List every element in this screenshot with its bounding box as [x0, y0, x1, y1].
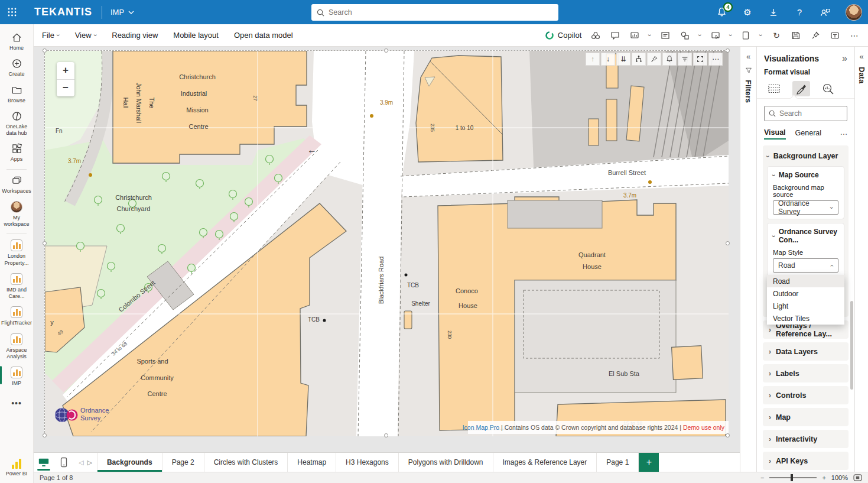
teams-share-icon[interactable] [830, 30, 840, 41]
global-search-box[interactable] [311, 4, 558, 21]
pane-scrollbar[interactable] [850, 301, 853, 390]
sidebar-item-browse[interactable]: Browse [0, 82, 34, 108]
copilot-button[interactable]: Copilot [545, 31, 581, 40]
new-page-icon[interactable] [740, 30, 751, 41]
resize-handle[interactable] [384, 433, 388, 437]
filters-pane-title[interactable]: Filters [744, 80, 753, 103]
fit-to-page-icon[interactable] [853, 474, 862, 481]
resize-handle[interactable] [726, 241, 730, 245]
sidebar-item-imd-care[interactable]: IMD and Care... [0, 270, 34, 304]
os-config-header[interactable]: › Ordnance Survey Con... [773, 228, 838, 244]
waffle-menu-icon[interactable] [0, 0, 24, 24]
dropdown-option-light[interactable]: Light [767, 300, 844, 312]
page-tab-page-2[interactable]: Page 2 [162, 453, 204, 472]
map-style-select[interactable]: Road › [773, 258, 838, 273]
section-api-keys[interactable]: ›API Keys [763, 452, 849, 470]
comment-icon[interactable] [610, 30, 620, 41]
map-source-header[interactable]: › Map Source [773, 171, 838, 179]
search-input[interactable] [329, 8, 553, 17]
next-level-icon[interactable]: ⇊ [616, 53, 630, 66]
page-tab-h3-hexagons[interactable]: H3 Hexagons [336, 453, 398, 472]
resize-handle[interactable] [726, 48, 730, 53]
zoom-slider-thumb[interactable] [791, 474, 793, 481]
new-visual-icon[interactable] [629, 30, 640, 41]
sidebar-item-home[interactable]: Home [0, 29, 34, 55]
section-map[interactable]: ›Map [763, 408, 849, 426]
shapes-icon[interactable] [680, 30, 690, 41]
background-layer-header[interactable]: › Background Layer [767, 150, 844, 163]
more-options-icon[interactable]: ⋯ [849, 30, 860, 41]
more-options-icon[interactable]: ⋯ [708, 53, 723, 66]
zoom-in-button[interactable]: + [57, 62, 74, 80]
collapse-pane-icon[interactable]: » [842, 53, 847, 64]
sidebar-item-airspace-analysis[interactable]: Airspace Analysis [0, 330, 34, 364]
pin-icon[interactable] [810, 30, 821, 41]
dropdown-option-road[interactable]: Road [767, 275, 844, 287]
expand-all-icon[interactable] [632, 53, 646, 66]
sidebar-more-icon[interactable]: ••• [11, 398, 22, 408]
data-pane-title[interactable]: Data [857, 67, 866, 83]
tab-visual[interactable]: Visual [764, 128, 786, 140]
next-page-arrow[interactable]: ▷ [87, 459, 92, 466]
zoom-out-button[interactable]: − [57, 80, 74, 97]
sidebar-item-imp[interactable]: IMP [0, 364, 34, 390]
resize-handle[interactable] [43, 433, 47, 437]
dropdown-option-vector-tiles[interactable]: Vector Tiles [767, 312, 844, 325]
tabs-more-icon[interactable]: ⋯ [840, 129, 848, 138]
mobile-layout-button[interactable]: Mobile layout [173, 31, 219, 40]
chevron-down-icon[interactable]: › [697, 34, 703, 37]
sidebar-item-powerbi[interactable]: Power BI [0, 455, 34, 481]
sidebar-item-apps[interactable]: Apps [0, 140, 34, 166]
chevron-down-icon[interactable]: › [727, 34, 734, 37]
page-tab-backgrounds[interactable]: Backgrounds [97, 453, 162, 472]
fields-tab-icon[interactable] [765, 81, 783, 96]
text-box-icon[interactable] [660, 30, 671, 41]
sidebar-item-my-workspace[interactable]: My workspace [0, 198, 34, 232]
section-controls[interactable]: ›Controls [763, 386, 849, 404]
section-interactivity[interactable]: ›Interactivity [763, 430, 849, 448]
chevron-down-icon[interactable]: › [758, 34, 765, 37]
background-map-source-select[interactable]: Ordnance Survey › [773, 200, 838, 215]
page-tab-circles-with-clusters[interactable]: Circles with Clusters [204, 453, 288, 472]
map-visual[interactable]: Christchurch Industrial Mission Centre T… [44, 50, 728, 436]
focus-mode-icon[interactable] [693, 53, 707, 66]
sidebar-item-workspaces[interactable]: Workspaces [0, 172, 34, 198]
zoom-in-button[interactable]: + [822, 474, 825, 481]
help-icon[interactable]: ? [794, 7, 805, 18]
brand-logo[interactable]: TEKANTIS [34, 6, 92, 18]
refresh-icon[interactable]: ↻ [771, 30, 782, 41]
prev-page-arrow[interactable]: ◁ [79, 459, 83, 466]
file-menu[interactable]: File› [42, 31, 60, 40]
sidebar-item-onelake[interactable]: OneLake data hub [0, 108, 34, 141]
dropdown-option-outdoor[interactable]: Outdoor [767, 287, 844, 300]
section-labels[interactable]: ›Labels [763, 364, 849, 382]
tab-general[interactable]: General [795, 129, 821, 139]
desktop-view-icon[interactable] [34, 453, 54, 472]
alerts-bell-icon[interactable] [662, 53, 677, 66]
download-icon[interactable] [768, 7, 779, 18]
page-tab-polygons-with-drilldown[interactable]: Polygons with Drilldown [398, 453, 493, 472]
expand-data-icon[interactable]: « [859, 52, 863, 61]
save-icon[interactable] [791, 30, 801, 41]
feedback-icon[interactable] [820, 7, 831, 18]
add-page-button[interactable]: + [639, 453, 659, 472]
workspace-switcher[interactable]: IMP [110, 8, 134, 17]
pin-visual-icon[interactable] [647, 53, 661, 66]
buttons-icon[interactable] [710, 30, 721, 41]
sidebar-item-london-property[interactable]: London Property... [0, 236, 34, 270]
page-tab-images-reference-layer[interactable]: Images & Reference Layer [493, 453, 597, 472]
page-tab-page-1[interactable]: Page 1 [596, 453, 639, 472]
resize-handle[interactable] [43, 48, 47, 53]
reading-view-button[interactable]: Reading view [112, 31, 158, 40]
drill-up-icon[interactable]: ↑ [586, 53, 600, 66]
mobile-view-icon[interactable] [54, 453, 74, 472]
resize-handle[interactable] [726, 433, 730, 437]
sidebar-item-create[interactable]: Create [0, 55, 34, 81]
format-search-box[interactable] [764, 106, 847, 121]
format-search-input[interactable] [779, 109, 843, 118]
analytics-tab-icon[interactable] [820, 81, 837, 96]
expand-filters-icon[interactable]: « [746, 52, 750, 61]
performance-analyzer-icon[interactable] [590, 30, 601, 41]
zoom-slider[interactable] [769, 477, 817, 478]
filters-icon[interactable] [678, 53, 692, 66]
